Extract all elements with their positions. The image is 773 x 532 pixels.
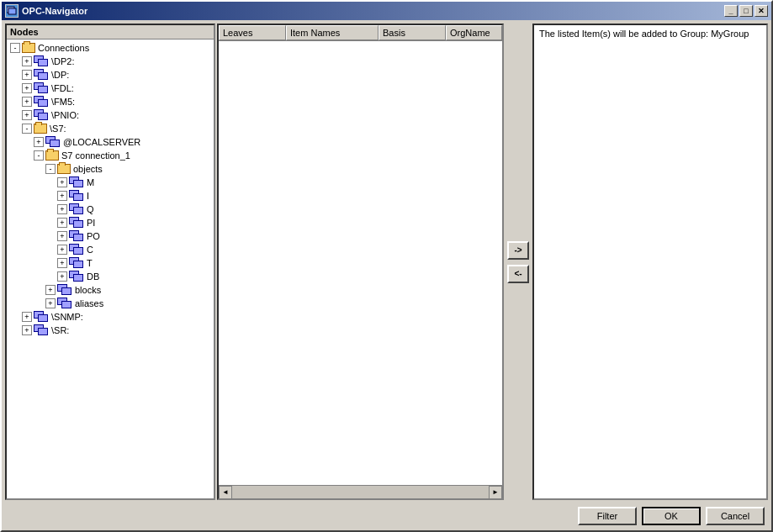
minimize-button[interactable]: _ xyxy=(724,5,738,17)
tree-label-t: T xyxy=(87,258,93,268)
tree-label-m: M xyxy=(87,177,94,187)
tree-item-objects[interactable]: - objects xyxy=(8,162,212,176)
tree-item-fdl[interactable]: + \FDL: xyxy=(8,82,212,95)
panels-row: Nodes - Connections + \DP2: xyxy=(5,24,768,500)
col-header-basis[interactable]: Basis xyxy=(379,25,446,40)
toggle-sr[interactable]: + xyxy=(22,325,32,335)
toggle-s7conn1[interactable]: - xyxy=(34,150,44,161)
toggle-pi[interactable]: + xyxy=(57,218,67,228)
tree-label-objects: objects xyxy=(73,164,103,174)
app-icon xyxy=(5,4,19,18)
nodes-header: Nodes xyxy=(7,25,214,40)
tree-item-fm5[interactable]: + \FM5: xyxy=(8,95,212,108)
toggle-connections[interactable]: - xyxy=(10,43,20,53)
tree-item-q[interactable]: + Q xyxy=(8,203,212,216)
cancel-button[interactable]: Cancel xyxy=(706,507,765,525)
monitors-icon-fm5 xyxy=(34,96,49,108)
monitors-icon-pi xyxy=(69,217,84,229)
toggle-objects[interactable]: - xyxy=(45,164,56,174)
monitors-icon-blocks xyxy=(57,284,72,296)
remove-items-button[interactable]: <- xyxy=(507,265,529,283)
tree-item-m[interactable]: + M xyxy=(8,176,212,189)
toggle-m[interactable]: + xyxy=(57,177,67,187)
tree-label-q: Q xyxy=(87,204,94,214)
svg-rect-1 xyxy=(8,8,16,14)
toggle-po[interactable]: + xyxy=(57,231,67,241)
tree-label-localserver: @LOCALSERVER xyxy=(63,137,140,147)
tree-item-s7[interactable]: - \S7: xyxy=(8,122,212,135)
table-header: Leaves Item Names Basis OrgName xyxy=(219,25,502,41)
maximize-button[interactable]: □ xyxy=(739,5,753,17)
toggle-q[interactable]: + xyxy=(57,204,67,214)
tree-label-fdl: \FDL: xyxy=(51,83,74,93)
tree-item-aliases[interactable]: + aliases xyxy=(8,297,212,310)
tree-area[interactable]: - Connections + \DP2: + \DP: xyxy=(7,40,214,498)
toggle-localserver[interactable]: + xyxy=(34,137,44,147)
nodes-panel: Nodes - Connections + \DP2: xyxy=(5,24,215,500)
tree-label-snmp: \SNMP: xyxy=(51,312,83,322)
monitors-icon-m xyxy=(69,176,84,188)
folder-open-icon-objects xyxy=(57,164,71,174)
toggle-t[interactable]: + xyxy=(57,258,67,268)
tree-label-connections: Connections xyxy=(38,43,89,53)
tree-item-po[interactable]: + PO xyxy=(8,229,212,243)
title-bar-left: OPC-Navigator xyxy=(5,4,87,18)
toggle-c[interactable]: + xyxy=(57,245,67,255)
monitors-icon-sr xyxy=(34,324,49,336)
tree-label-dp: \DP: xyxy=(51,70,69,80)
monitors-icon-dp2 xyxy=(34,55,49,67)
tree-item-pi[interactable]: + PI xyxy=(8,216,212,229)
filter-button[interactable]: Filter xyxy=(578,507,637,525)
tree-item-snmp[interactable]: + \SNMP: xyxy=(8,310,212,324)
horizontal-scrollbar[interactable]: ◄ ► xyxy=(219,485,502,498)
toggle-i[interactable]: + xyxy=(57,191,67,201)
tree-item-s7conn1[interactable]: - S7 connection_1 xyxy=(8,149,212,162)
close-button[interactable]: ✕ xyxy=(754,5,768,17)
window-title: OPC-Navigator xyxy=(22,6,87,16)
ok-button[interactable]: OK xyxy=(642,507,701,525)
tree-item-t[interactable]: + T xyxy=(8,256,212,270)
hscroll-left-btn[interactable]: ◄ xyxy=(219,486,232,499)
group-info-text: The listed Item(s) will be added to Grou… xyxy=(534,25,766,42)
hscroll-right-btn[interactable]: ► xyxy=(489,486,502,499)
bottom-bar: Filter OK Cancel xyxy=(5,503,768,527)
col-header-orgname[interactable]: OrgName xyxy=(446,25,502,40)
add-items-button[interactable]: -> xyxy=(507,241,529,260)
tree-label-aliases: aliases xyxy=(75,298,103,308)
monitors-icon-aliases xyxy=(57,298,72,309)
monitors-icon-i xyxy=(69,190,84,202)
toggle-dp[interactable]: + xyxy=(22,70,32,80)
middle-panel: Leaves Item Names Basis OrgName ◄ ► xyxy=(217,24,504,500)
toggle-pnio[interactable]: + xyxy=(22,110,32,120)
folder-icon-s7conn1 xyxy=(45,150,59,161)
col-header-item-names[interactable]: Item Names xyxy=(286,25,379,40)
tree-item-dp[interactable]: + \DP: xyxy=(8,68,212,82)
toggle-fm5[interactable]: + xyxy=(22,97,32,107)
tree-label-dp2: \DP2: xyxy=(51,56,75,66)
arrow-panel: -> <- xyxy=(506,24,531,500)
tree-item-dp2[interactable]: + \DP2: xyxy=(8,55,212,68)
col-header-leaves[interactable]: Leaves xyxy=(219,25,286,40)
tree-item-c[interactable]: + C xyxy=(8,243,212,256)
toggle-aliases[interactable]: + xyxy=(45,298,56,308)
hscroll-track[interactable] xyxy=(232,486,489,499)
monitors-icon-snmp xyxy=(34,311,49,323)
tree-item-db[interactable]: + DB xyxy=(8,270,212,283)
tree-label-s7conn1: S7 connection_1 xyxy=(61,150,130,161)
table-body[interactable] xyxy=(219,41,502,485)
tree-label-pnio: \PNIO: xyxy=(51,110,79,120)
tree-label-po: PO xyxy=(87,231,100,241)
toggle-s7[interactable]: - xyxy=(22,124,32,134)
tree-item-pnio[interactable]: + \PNIO: xyxy=(8,108,212,122)
toggle-snmp[interactable]: + xyxy=(22,312,32,322)
tree-label-db: DB xyxy=(87,271,99,282)
toggle-dp2[interactable]: + xyxy=(22,56,32,66)
tree-item-i[interactable]: + I xyxy=(8,189,212,203)
tree-item-blocks[interactable]: + blocks xyxy=(8,283,212,297)
toggle-fdl[interactable]: + xyxy=(22,83,32,93)
tree-item-connections[interactable]: - Connections xyxy=(8,41,212,55)
tree-item-sr[interactable]: + \SR: xyxy=(8,324,212,337)
toggle-db[interactable]: + xyxy=(57,271,67,282)
toggle-blocks[interactable]: + xyxy=(45,285,56,295)
tree-item-localserver[interactable]: + @LOCALSERVER xyxy=(8,135,212,149)
